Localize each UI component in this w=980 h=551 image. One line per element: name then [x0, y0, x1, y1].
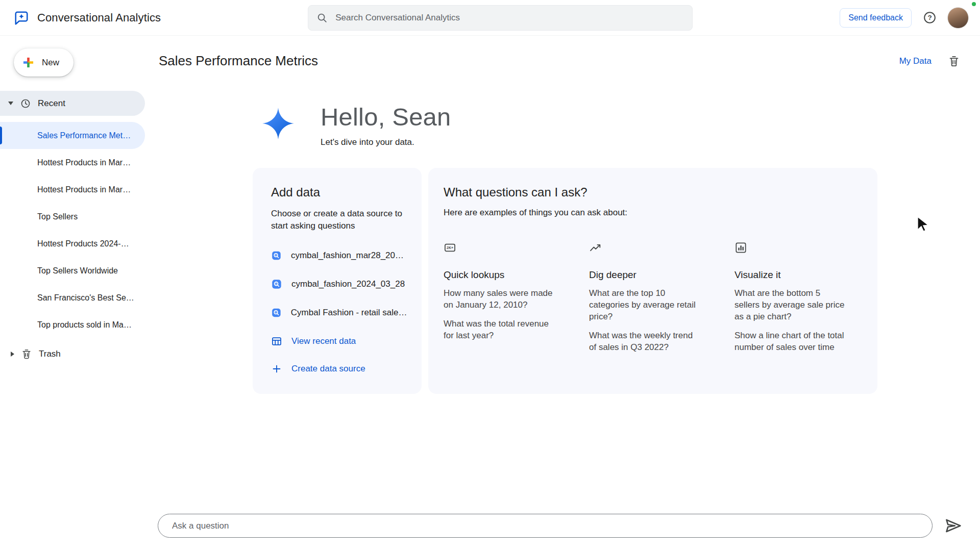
recent-items-list: Sales Performance Met… Hottest Products …: [0, 122, 145, 338]
trash-label: Trash: [39, 349, 61, 359]
sidebar-item-top-sellers[interactable]: Top Sellers: [0, 203, 145, 230]
greeting-subtitle: Let's dive into your data.: [321, 137, 451, 147]
recent-section-header[interactable]: Recent: [0, 91, 145, 116]
trash-section[interactable]: Trash: [0, 341, 145, 366]
help-button[interactable]: ?: [921, 9, 938, 27]
example-question: What was the weekly trend of sales in Q3…: [589, 330, 702, 354]
search-box[interactable]: [308, 5, 693, 31]
send-button[interactable]: [944, 516, 963, 535]
help-icon: ?: [923, 11, 937, 24]
new-button-label: New: [42, 58, 59, 68]
data-source-item-1[interactable]: cymbal_fashion_mar28_2024…: [271, 245, 407, 266]
sidebar-item-sales-performance[interactable]: Sales Performance Met…: [0, 122, 145, 149]
questions-card-title: What questions can I ask?: [444, 185, 857, 199]
search-icon: [316, 12, 328, 23]
sidebar-item-hottest-products-1[interactable]: Hottest Products in Mar…: [0, 149, 145, 176]
example-question: How many sales were made on January 12, …: [444, 288, 557, 311]
sidebar-item-san-francisco-best[interactable]: San Francisco's Best Se…: [0, 284, 145, 311]
plus-icon: [271, 363, 282, 374]
question-category-dig-deeper: Dig deeper What are the top 10 categorie…: [589, 241, 702, 354]
data-source-item-3[interactable]: Cymbal Fashion - retail sales …: [271, 303, 407, 323]
bigquery-source-icon: [271, 250, 282, 261]
recent-label: Recent: [38, 98, 65, 109]
ask-question-input[interactable]: [158, 514, 933, 538]
add-data-card: Add data Choose or create a data source …: [253, 168, 422, 394]
gemini-star-icon: [261, 107, 295, 147]
2k-lookup-icon: 2K+: [444, 241, 557, 254]
add-data-description: Choose or create a data source to start …: [271, 208, 407, 232]
question-category-visualize-it: Visualize it What are the bottom 5 selle…: [734, 241, 848, 354]
hero-greeting-section: Hello, Sean Let's dive into your data.: [261, 107, 877, 147]
question-category-quick-lookups: 2K+ Quick lookups How many sales were ma…: [444, 241, 557, 354]
user-avatar[interactable]: [947, 7, 969, 29]
ask-question-bar: [158, 514, 963, 538]
svg-text:?: ?: [927, 14, 932, 21]
app-title: Conversational Analytics: [37, 11, 161, 24]
table-icon: [271, 336, 282, 347]
google-plus-icon: [22, 57, 34, 68]
clock-icon: [20, 98, 31, 109]
main-content: Sales Performance Metrics My Data: [145, 36, 980, 551]
example-question: What was the total revenue for last year…: [444, 318, 557, 342]
sidebar-item-top-products-sold[interactable]: Top products sold in Ma…: [0, 311, 145, 338]
new-button[interactable]: New: [14, 48, 74, 77]
app-logo-chat-analytics-icon: [14, 10, 29, 26]
sidebar-item-top-sellers-worldwide[interactable]: Top Sellers Worldwide: [0, 257, 145, 284]
create-data-source-link[interactable]: Create data source: [271, 359, 407, 379]
page-title: Sales Performance Metrics: [159, 53, 318, 69]
chevron-right-icon: [11, 352, 14, 357]
trash-icon: [21, 348, 32, 360]
bigquery-source-icon: [271, 279, 282, 290]
greeting-heading: Hello, Sean: [321, 103, 451, 131]
delete-conversation-button[interactable]: [948, 55, 960, 67]
green-status-dot: [972, 2, 976, 6]
questions-card-subtitle: Here are examples of things you can ask …: [444, 208, 857, 218]
trash-icon: [948, 55, 960, 67]
sidebar-item-hottest-products-2[interactable]: Hottest Products in Mar…: [0, 176, 145, 203]
send-icon: [944, 516, 963, 535]
example-questions-card: What questions can I ask? Here are examp…: [428, 168, 877, 394]
view-recent-data-link[interactable]: View recent data: [271, 331, 407, 352]
bigquery-source-icon: [271, 307, 282, 318]
trend-line-icon: [589, 241, 702, 254]
add-data-title: Add data: [271, 185, 407, 199]
data-source-item-2[interactable]: cymbal_fashion_2024_03_28: [271, 274, 407, 294]
example-question: What are the top 10 categories by averag…: [589, 288, 702, 323]
chevron-down-icon: [8, 102, 13, 105]
send-feedback-button[interactable]: Send feedback: [840, 8, 912, 28]
topbar: Conversational Analytics Send feedback ?: [0, 0, 980, 36]
search-input[interactable]: [334, 12, 684, 23]
sidebar-item-hottest-products-2024[interactable]: Hottest Products 2024-…: [0, 230, 145, 257]
sidebar: New Recent Sales Performance Met… Hottes…: [0, 36, 145, 551]
example-question: What are the bottom 5 sellers by average…: [734, 288, 848, 323]
my-data-link[interactable]: My Data: [899, 56, 932, 66]
svg-text:2K+: 2K+: [447, 246, 453, 249]
bar-chart-icon: [734, 241, 848, 254]
example-question: Show a line chart of the total number of…: [734, 330, 848, 354]
